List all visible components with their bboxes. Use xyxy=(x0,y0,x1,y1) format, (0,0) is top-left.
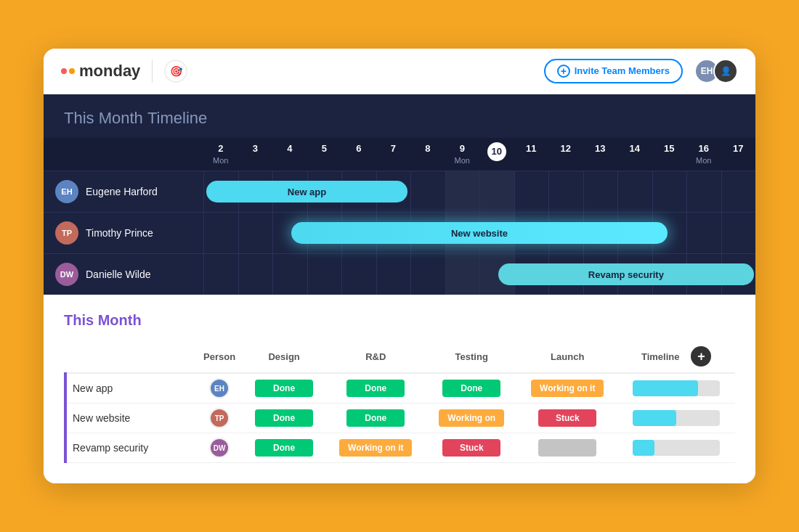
header: monday 🎯 + Invite Team Members EH 👤 xyxy=(44,49,755,94)
table-row-new-app: New app EH Done Done Done Work xyxy=(65,373,735,404)
day-9: 9Mon xyxy=(445,138,480,171)
timeline-row-timothy: TP Timothy Prince xyxy=(44,213,755,254)
logo-dot-red xyxy=(61,68,67,74)
timeline-title-sub: Timeline xyxy=(147,109,207,127)
logo-dot-orange xyxy=(69,68,75,74)
day-label-empty xyxy=(44,138,203,171)
task-name-revamp-security: Revamp security xyxy=(65,433,196,463)
person-name-timothy: Timothy Prince xyxy=(86,227,153,239)
timeline-bar-new-website xyxy=(633,410,720,426)
day-8: 8 xyxy=(410,138,445,171)
col-header-design: Design xyxy=(243,340,325,373)
day-4: 4 xyxy=(272,138,307,171)
header-right: + Invite Team Members EH 👤 xyxy=(544,59,738,83)
plus-circle-icon: + xyxy=(557,65,570,78)
person-cell-revamp-security: DW xyxy=(196,433,243,463)
day-10-today: 10 xyxy=(479,138,514,171)
task-name-new-website: New website xyxy=(65,404,196,433)
col-header-testing: Testing xyxy=(426,340,517,373)
logo-text: monday xyxy=(79,62,140,81)
timeline-fill-new-website xyxy=(633,410,676,426)
timeline-new-website xyxy=(617,404,735,433)
avatar-danielle: DW xyxy=(55,263,78,286)
timeline-section: This Month Timeline 2Mon 3 4 5 6 7 8 9Mo… xyxy=(44,94,755,295)
avatar-timothy: TP xyxy=(55,221,78,245)
timeline-bar-new-app xyxy=(633,380,720,396)
table-title: This Month xyxy=(64,312,735,329)
bar-new-app: New app xyxy=(206,181,407,202)
timeline-new-app xyxy=(617,373,735,404)
day-3: 3 xyxy=(238,138,273,171)
person-cell-new-website: TP xyxy=(196,404,243,433)
timeline-revamp-security xyxy=(617,433,735,463)
day-16: 16Mon xyxy=(686,138,721,171)
header-divider xyxy=(152,60,153,83)
day-headers: 2Mon 3 4 5 6 7 8 9Mon 10 11 12 13 14 15 … xyxy=(44,138,755,172)
timeline-row-danielle: DW Danielle Wilde xyxy=(44,254,755,295)
day-14: 14 xyxy=(617,138,652,171)
status-table: Person Design R&D Testing Launch Timelin… xyxy=(64,340,735,463)
rd-new-website: Done xyxy=(325,404,426,433)
col-header-launch: Launch xyxy=(517,340,617,373)
timeline-fill-new-app xyxy=(633,380,698,396)
avatar-group: EH 👤 xyxy=(694,59,738,83)
col-header-person: Person xyxy=(196,340,243,373)
timeline-title: This Month Timeline xyxy=(44,94,755,138)
launch-new-website: Stuck xyxy=(517,404,617,433)
person-name-danielle: Danielle Wilde xyxy=(86,269,150,280)
day-13: 13 xyxy=(583,138,618,171)
bar-new-website: New website xyxy=(291,222,668,244)
person-cell-new-app: EH xyxy=(196,373,243,404)
launch-revamp-security xyxy=(517,433,617,463)
avatar-cell-new-app: EH xyxy=(209,378,230,398)
table-section: This Month Person Design R&D Testing Lau… xyxy=(44,295,755,483)
day-7: 7 xyxy=(376,138,411,171)
avatar-cell-new-website: TP xyxy=(209,408,230,428)
main-card: monday 🎯 + Invite Team Members EH 👤 This… xyxy=(44,49,755,484)
design-new-app: Done xyxy=(243,373,325,404)
launch-new-app: Working on it xyxy=(517,373,617,404)
day-17: 17 xyxy=(721,138,756,171)
day-15: 15 xyxy=(652,138,687,171)
table-row-new-website: New website TP Done Done Working on xyxy=(65,404,735,433)
app-icon: 🎯 xyxy=(164,60,187,83)
avatar-2: 👤 xyxy=(713,59,738,83)
day-5: 5 xyxy=(307,138,342,171)
col-header-rd: R&D xyxy=(325,340,426,373)
person-timothy: TP Timothy Prince xyxy=(44,213,203,253)
day-12: 12 xyxy=(548,138,583,171)
task-name-new-app: New app xyxy=(65,373,196,404)
table-row-revamp-security: Revamp security DW Done Working on it St… xyxy=(65,433,735,463)
bar-new-website-label: New website xyxy=(451,228,508,239)
timeline-fill-revamp-security xyxy=(633,440,654,456)
avatar-cell-revamp-security: DW xyxy=(209,438,230,458)
person-danielle: DW Danielle Wilde xyxy=(44,254,203,295)
col-header-name xyxy=(65,340,196,373)
design-new-website: Done xyxy=(243,404,325,433)
timeline-row-eugene: EH Eugene Harford xyxy=(44,171,755,213)
bar-revamp-security-label: Revamp security xyxy=(588,269,664,280)
bar-new-app-label: New app xyxy=(288,187,326,197)
avatar-eugene: EH xyxy=(55,180,78,203)
col-header-timeline: Timeline + xyxy=(617,340,735,373)
day-2: 2Mon xyxy=(203,138,238,171)
bar-revamp-security: Revamp security xyxy=(498,263,754,285)
testing-revamp-security: Stuck xyxy=(426,433,517,463)
timeline-title-main: This Month xyxy=(64,109,143,127)
timeline-bar-revamp-security xyxy=(633,440,720,456)
rd-new-app: Done xyxy=(325,373,426,404)
invite-button[interactable]: + Invite Team Members xyxy=(544,59,683,83)
day-6: 6 xyxy=(341,138,376,171)
person-eugene: EH Eugene Harford xyxy=(44,171,203,212)
header-left: monday 🎯 xyxy=(61,60,187,83)
add-column-button[interactable]: + xyxy=(691,346,711,367)
day-11: 11 xyxy=(514,138,549,171)
design-revamp-security: Done xyxy=(243,433,325,463)
logo-icon xyxy=(61,68,75,74)
rd-revamp-security: Working on it xyxy=(325,433,426,463)
invite-label: Invite Team Members xyxy=(575,65,670,76)
testing-new-website: Working on xyxy=(426,404,517,433)
testing-new-app: Done xyxy=(426,373,517,404)
logo: monday xyxy=(61,62,140,81)
person-name-eugene: Eugene Harford xyxy=(86,186,158,197)
